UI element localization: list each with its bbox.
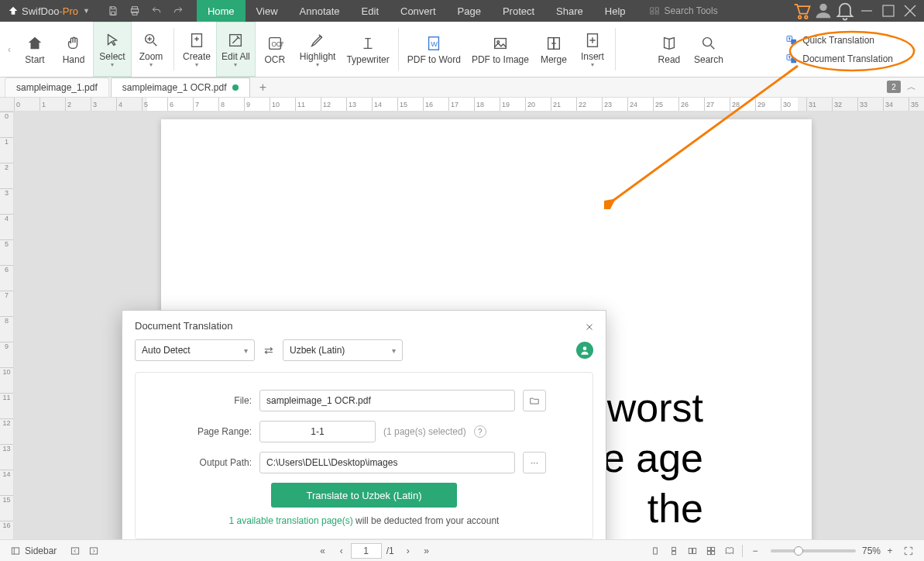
svg-point-34: [703, 37, 712, 46]
view-read-icon[interactable]: [720, 542, 739, 560]
svg-line-15: [153, 42, 157, 46]
menu-share[interactable]: Share: [545, 0, 594, 22]
view-cont-icon[interactable]: [665, 542, 683, 560]
save-icon[interactable]: [102, 0, 124, 22]
svg-rect-51: [91, 547, 98, 553]
ribbon-pdf-to-image[interactable]: PDF to Image: [466, 22, 534, 77]
panel-right-icon[interactable]: [84, 542, 103, 560]
prev-page-icon[interactable]: ‹: [332, 542, 351, 560]
lang-from-select[interactable]: Auto Detect: [135, 339, 255, 361]
ribbon-read[interactable]: Read: [650, 22, 689, 77]
quick-translation-label: Quick Translation: [802, 35, 874, 46]
fullscreen-icon[interactable]: [899, 542, 918, 560]
menu-convert[interactable]: Convert: [390, 0, 447, 22]
app-dropdown-icon[interactable]: ▼: [83, 7, 90, 15]
menu-protect[interactable]: Protect: [492, 0, 545, 22]
zoom-out-icon[interactable]: −: [746, 542, 764, 560]
svg-rect-3: [650, 8, 653, 11]
swap-lang-icon[interactable]: ⇄: [261, 344, 277, 356]
ribbon-start[interactable]: Start: [15, 22, 54, 77]
print-icon[interactable]: [124, 0, 146, 22]
user-avatar-icon[interactable]: [576, 342, 593, 359]
zoom-in-icon[interactable]: +: [881, 542, 899, 560]
document-translation-dialog: Document Translation Auto Detect ⇄ Uzbek…: [122, 310, 606, 539]
tab-doc1[interactable]: sampleimage_1.pdf: [5, 77, 109, 97]
ribbon-create[interactable]: Create▾: [177, 22, 216, 77]
tabs-collapse-icon[interactable]: ︿: [905, 81, 918, 93]
browse-file-button[interactable]: [523, 390, 546, 411]
svg-rect-4: [655, 8, 658, 11]
ribbon-ocr[interactable]: OCROCR: [256, 22, 294, 77]
zoom-value: 75%: [862, 546, 881, 556]
lang-to-select[interactable]: Uzbek (Latin): [283, 339, 403, 361]
view-facing-cont-icon[interactable]: [702, 542, 720, 560]
view-single-icon[interactable]: [646, 542, 665, 560]
ribbon-hand[interactable]: Hand: [54, 22, 93, 77]
svg-rect-52: [654, 547, 658, 553]
ribbon-edit-all[interactable]: Edit All▾: [216, 22, 256, 77]
range-help-icon[interactable]: ?: [474, 425, 486, 438]
redo-icon[interactable]: [167, 0, 189, 22]
quick-translation-link[interactable]: 文 Quick Translation: [782, 33, 896, 48]
maximize-button[interactable]: [878, 0, 899, 22]
panel-left-icon[interactable]: [66, 542, 84, 560]
range-input[interactable]: [259, 421, 376, 442]
zoom-slider[interactable]: [771, 549, 856, 552]
svg-line-35: [711, 45, 715, 49]
tab-doc2[interactable]: sampleimage_1 OCR.pdf: [111, 77, 251, 97]
menu-help[interactable]: Help: [594, 0, 637, 22]
minimize-button[interactable]: [856, 0, 878, 22]
app-logo[interactable]: SwifDoo-Pro ▼: [3, 5, 94, 17]
document-translation-label: Document Translation: [802, 53, 893, 64]
sidebar-toggle-icon[interactable]: [6, 542, 25, 560]
svg-rect-5: [650, 12, 653, 14]
ribbon-insert[interactable]: Insert▾: [573, 22, 612, 77]
svg-rect-53: [672, 547, 676, 550]
range-note: (1 page(s) selected): [383, 426, 466, 437]
svg-rect-26: [495, 38, 507, 48]
menu-home[interactable]: Home: [197, 0, 246, 22]
search-tools[interactable]: Search Tools: [643, 5, 724, 16]
dialog-close-button[interactable]: [582, 320, 596, 334]
ribbon-highlight[interactable]: Highlight▾: [294, 22, 342, 77]
file-input[interactable]: [259, 390, 515, 411]
svg-rect-50: [72, 547, 79, 553]
menu-page[interactable]: Page: [447, 0, 492, 22]
svg-rect-54: [672, 551, 676, 554]
menu-annotate[interactable]: Annotate: [289, 0, 351, 22]
svg-rect-0: [132, 7, 137, 9]
ribbon-scroll-left[interactable]: ‹: [3, 22, 15, 77]
svg-point-8: [805, 15, 808, 19]
document-tabs: sampleimage_1.pdf sampleimage_1 OCR.pdf …: [0, 77, 924, 98]
range-label: Page Range:: [182, 426, 252, 437]
undo-icon[interactable]: [146, 0, 167, 22]
view-facing-icon[interactable]: [683, 542, 702, 560]
add-tab-button[interactable]: +: [252, 77, 273, 97]
ribbon-pdf-to-word[interactable]: WPDF to Word: [402, 22, 466, 77]
output-input[interactable]: [259, 452, 515, 473]
menu-edit[interactable]: Edit: [351, 0, 390, 22]
user-icon[interactable]: [812, 0, 834, 22]
menu-view[interactable]: View: [246, 0, 289, 22]
ribbon-search[interactable]: Search: [689, 22, 729, 77]
ribbon-typewriter[interactable]: Typewriter: [341, 22, 394, 77]
ribbon-select[interactable]: Select▾: [93, 22, 132, 77]
ribbon-scroll-right[interactable]: ›: [909, 22, 921, 77]
first-page-icon[interactable]: «: [314, 542, 332, 560]
svg-rect-56: [693, 548, 696, 553]
ribbon-zoom[interactable]: Zoom▾: [132, 22, 170, 77]
svg-rect-55: [689, 548, 692, 553]
output-more-button[interactable]: ···: [523, 452, 546, 473]
translate-button[interactable]: Translate to Uzbek (Latin): [271, 483, 457, 508]
document-translation-link[interactable]: 文 Document Translation: [782, 51, 896, 67]
bell-icon[interactable]: [834, 0, 856, 22]
cart-icon[interactable]: [791, 0, 812, 22]
svg-point-9: [819, 4, 826, 11]
next-page-icon[interactable]: ›: [399, 542, 417, 560]
page-number-input[interactable]: 1: [351, 543, 382, 559]
close-button[interactable]: [899, 0, 921, 22]
page-area[interactable]: worste agetheage of foolishness... Docum…: [14, 112, 924, 539]
ribbon-merge[interactable]: Merge: [534, 22, 573, 77]
sidebar-label[interactable]: Sidebar: [25, 546, 57, 556]
last-page-icon[interactable]: »: [417, 542, 436, 560]
